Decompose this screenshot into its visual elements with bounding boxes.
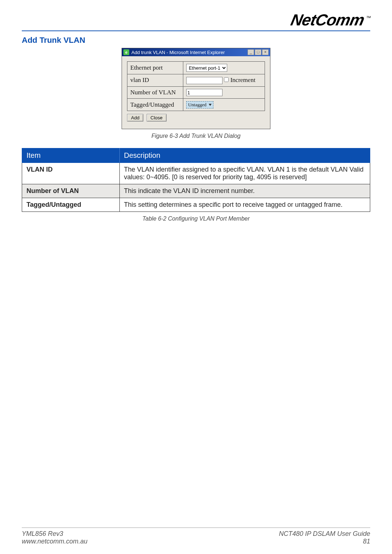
tagged-untagged-label: Tagged/Untagged xyxy=(127,99,183,111)
close-icon[interactable]: × xyxy=(262,49,269,55)
footer-guide: NCT480 IP DSLAM User Guide xyxy=(279,530,370,538)
description-table: Item Description VLAN ID The VLAN identi… xyxy=(22,148,370,212)
row-item: Number of VLAN xyxy=(22,184,120,198)
row-desc: This indicate the VLAN ID increment numb… xyxy=(119,184,370,198)
tagged-untagged-select[interactable]: Untagged xyxy=(186,101,213,108)
close-button[interactable]: Close xyxy=(147,114,167,122)
table-caption: Table 6-2 Configuring VLAN Port Member xyxy=(22,216,370,222)
table-row: VLAN ID The VLAN identifier assigned to … xyxy=(22,163,370,184)
increment-label: Increment xyxy=(230,77,256,83)
header-rule xyxy=(22,30,370,31)
logo-tm: ™ xyxy=(366,15,371,21)
row-item: Tagged/Untagged xyxy=(22,198,120,212)
dialog-body: Ethernet port Ethernet port-1 vlan ID xyxy=(122,56,270,129)
dialog-titlebar[interactable]: e Add trunk VLAN - Microsoft Internet Ex… xyxy=(122,48,270,56)
minimize-icon[interactable]: _ xyxy=(248,49,254,55)
row-desc: The VLAN identifier assigned to a specif… xyxy=(119,163,370,184)
vlan-id-input[interactable] xyxy=(186,77,222,84)
dialog-title: Add trunk VLAN - Microsoft Internet Expl… xyxy=(131,50,225,55)
footer-url: www.netcomm.com.au xyxy=(22,538,87,545)
brand-logo: NetComm™ xyxy=(289,11,372,29)
table-row: Number of VLAN This indicate the VLAN ID… xyxy=(22,184,370,198)
logo-text: NetComm xyxy=(289,11,366,29)
form-table: Ethernet port Ethernet port-1 vlan ID xyxy=(127,61,265,111)
ethernet-port-select[interactable]: Ethernet port-1 xyxy=(186,64,227,72)
header-item: Item xyxy=(22,148,120,163)
footer-rev: YML856 Rev3 xyxy=(22,530,87,538)
figure-caption: Figure 6-3 Add Trunk VLAN Dialog xyxy=(22,133,370,139)
footer-page-number: 81 xyxy=(279,538,370,545)
number-of-vlan-input[interactable] xyxy=(186,89,222,96)
number-of-vlan-label: Number of VLAN xyxy=(127,86,183,99)
row-desc: This setting determines a specific port … xyxy=(119,198,370,212)
maximize-icon[interactable]: □ xyxy=(255,49,261,55)
table-row: Tagged/Untagged This setting determines … xyxy=(22,198,370,212)
section-title: Add Trunk VLAN xyxy=(22,36,370,45)
logo-row: NetComm™ xyxy=(22,11,370,29)
add-trunk-vlan-dialog: e Add trunk VLAN - Microsoft Internet Ex… xyxy=(122,48,270,129)
vlan-id-label: vlan ID xyxy=(127,74,183,87)
header-description: Description xyxy=(119,148,370,163)
page-footer: YML856 Rev3 www.netcomm.com.au NCT480 IP… xyxy=(22,528,370,545)
chevron-down-icon xyxy=(209,104,212,106)
tagged-untagged-value: Untagged xyxy=(188,102,207,108)
row-item: VLAN ID xyxy=(22,163,120,184)
increment-checkbox[interactable] xyxy=(224,77,229,82)
ethernet-port-label: Ethernet port xyxy=(127,62,183,74)
add-button[interactable]: Add xyxy=(127,114,143,122)
ie-icon: e xyxy=(123,49,129,55)
